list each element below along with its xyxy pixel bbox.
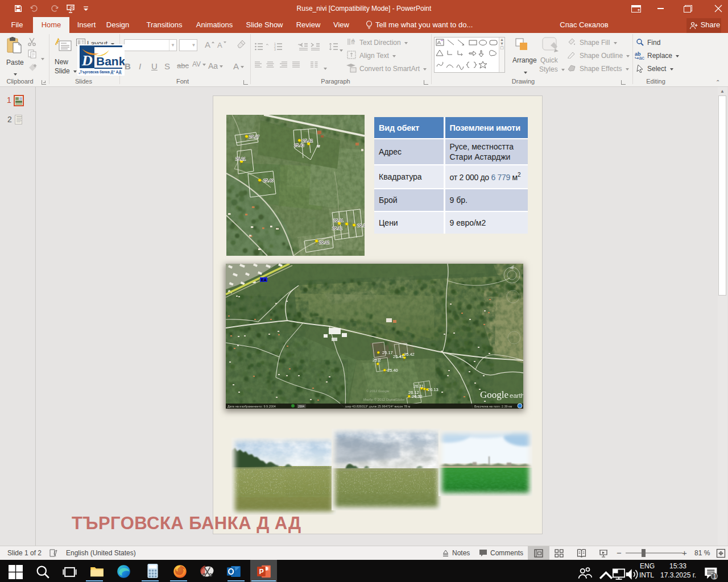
svg-text:↪ac: ↪ac: [635, 55, 645, 60]
svg-text:26.32: 26.32: [412, 394, 423, 399]
svg-text:1: 1: [713, 573, 717, 580]
svg-text:Bank: Bank: [96, 55, 125, 68]
svg-text:26.13: 26.13: [428, 387, 439, 392]
svg-text:25.2: 25.2: [373, 357, 381, 363]
svg-text:D: D: [81, 52, 93, 69]
svg-text:26.12: 26.12: [332, 226, 342, 231]
svg-text:26.11: 26.11: [413, 384, 424, 389]
svg-text:Google: Google: [480, 389, 508, 400]
svg-text:A: A: [351, 38, 355, 43]
svg-text:2004: 2004: [298, 405, 304, 408]
svg-text:25.42: 25.42: [404, 352, 415, 357]
svg-text:25.43: 25.43: [294, 143, 304, 148]
svg-text:Дата на изображението: 9.9.200: Дата на изображението: 9.9.2004: [228, 405, 276, 408]
svg-text:25.40: 25.40: [387, 368, 398, 373]
svg-text:26.1: 26.1: [357, 223, 365, 228]
svg-text:26.11: 26.11: [333, 218, 343, 223]
svg-text:A: A: [217, 41, 222, 49]
svg-text:шир 43.839313° дълж 25.9647: шир 43.839313° дълж 25.964724° висон 78 …: [345, 405, 411, 408]
svg-text:3: 3: [274, 48, 276, 51]
svg-text:© 2012 Google: © 2012 Google: [366, 389, 390, 393]
svg-text:25.40: 25.40: [263, 178, 274, 183]
svg-text:ЕА: ЕА: [261, 278, 267, 282]
svg-text:Височина на погл. 2.39 км: Височина на погл. 2.39 км: [474, 405, 512, 408]
svg-text:Изобр © 2012 DigitalGlobe: Изобр © 2012 DigitalGlobe: [363, 398, 405, 401]
svg-text:25.17: 25.17: [382, 350, 393, 355]
svg-text:„Търговска банка Д“ АД: „Търговска банка Д“ АД: [78, 70, 122, 74]
svg-text:26.32: 26.32: [319, 240, 329, 245]
svg-text:25.21: 25.21: [235, 156, 246, 161]
svg-text:A: A: [205, 40, 210, 49]
svg-text:25.17: 25.17: [249, 134, 259, 139]
svg-text:P: P: [259, 568, 263, 576]
svg-text:25.43: 25.43: [393, 354, 404, 359]
svg-text:earth: earth: [510, 392, 523, 399]
